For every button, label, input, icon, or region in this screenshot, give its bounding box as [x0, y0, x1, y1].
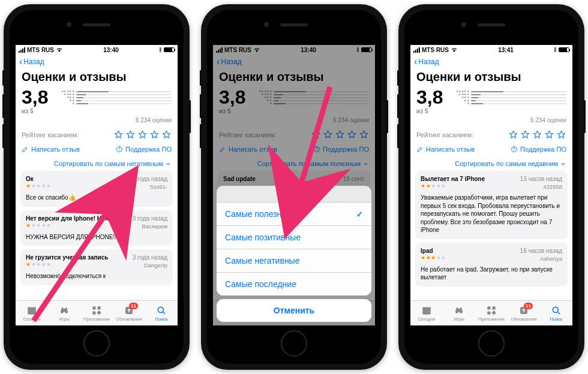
tab-updates[interactable]: Обновления11: [508, 301, 540, 325]
signal-icon: [413, 47, 420, 53]
sort-option-positive[interactable]: Самые позитивные: [217, 226, 371, 249]
rating-score: 3,8: [219, 88, 245, 107]
sort-button[interactable]: Сортировать по самым негативным: [16, 158, 178, 171]
nav-back[interactable]: ‹Назад: [213, 55, 375, 69]
rating-score: 3,8: [416, 88, 443, 107]
help-icon: [511, 146, 518, 153]
rating-histogram: ★★★★★ ★★★★ ★★★ ★★ ★: [449, 88, 566, 105]
edit-icon: [22, 146, 29, 153]
tab-search[interactable]: Поиск: [145, 301, 178, 325]
status-bar: MTS RUS 13:41 ᛒ: [410, 45, 572, 55]
page-title: Оценки и отзывы: [410, 69, 572, 88]
wifi-icon: [56, 46, 63, 53]
review-card[interactable]: Ок3 года назад Sss91- Все ок спасибо👍: [20, 171, 173, 207]
tap-rating-stars[interactable]: [508, 129, 566, 140]
sort-button[interactable]: Сортировать по самым недавним: [410, 158, 572, 171]
tap-rating-label: Рейтинг касанием:: [219, 131, 276, 138]
review-card[interactable]: Ipad16 часов назад Asheriya Не работает …: [415, 243, 568, 286]
tab-games[interactable]: Игры: [48, 301, 80, 325]
ratings-count: 6 234 оценки: [213, 117, 375, 127]
tap-rating-stars[interactable]: [311, 129, 369, 140]
out-of-label: из 5: [22, 108, 48, 114]
review-card[interactable]: Вылетает на 7 iPhone13 часов назад 43265…: [415, 171, 568, 239]
chevron-left-icon: ‹: [19, 56, 22, 67]
reviews-list: Вылетает на 7 iPhone13 часов назад 43265…: [410, 171, 572, 286]
star-icon[interactable]: [161, 129, 172, 140]
star-icon[interactable]: [125, 129, 136, 140]
support-link[interactable]: Поддержка ПО: [511, 146, 566, 153]
status-bar: MTS RUS 13:40 ᛒ: [213, 45, 375, 55]
sort-option-recent[interactable]: Самые последние: [217, 273, 371, 295]
bluetooth-icon: ᛒ: [554, 47, 557, 53]
review-body: Все ок спасибо👍: [26, 194, 167, 202]
tab-today[interactable]: Сегодня: [410, 301, 443, 325]
tab-search[interactable]: Поиск: [540, 301, 572, 325]
reviews-list: Ок3 года назад Sss91- Все ок спасибо👍 Не…: [16, 171, 178, 285]
write-review-link[interactable]: Написать отзыв: [416, 146, 475, 153]
sort-action-sheet: Сортировка: Самые полезные✓ Самые позити…: [217, 186, 371, 295]
sort-button[interactable]: Сортировать по самым полезным: [213, 158, 375, 171]
rating-histogram: ★★★★★ ★★★★ ★★★ ★★ ★: [54, 88, 172, 105]
review-title: Ок: [26, 176, 34, 182]
star-icon[interactable]: [149, 129, 160, 140]
review-author: Васякрем: [142, 223, 167, 230]
help-icon: [116, 146, 123, 153]
back-label: Назад: [23, 58, 44, 66]
edit-icon: [219, 146, 226, 153]
review-date: 13 часов назад: [520, 176, 562, 182]
sheet-cancel-button[interactable]: Отменить: [217, 299, 371, 322]
review-stars: [26, 262, 51, 269]
review-title: Sad update: [223, 176, 256, 182]
review-body: Не работает на ipad. Загружает, но при з…: [421, 266, 562, 282]
bluetooth-icon: ᛒ: [356, 47, 359, 53]
review-date: 3 года назад: [133, 254, 167, 261]
phone-mockup-3: MTS RUS 13:41 ᛒ ‹Назад Оценки и отзывы 3…: [398, 4, 584, 370]
sort-option-negative[interactable]: Самые негативные: [217, 249, 371, 273]
review-author: 432658: [543, 183, 562, 190]
ratings-count: 6 234 оценки: [16, 117, 178, 127]
tap-rating-stars[interactable]: [113, 129, 172, 140]
status-bar: MTS RUS 13:40 ᛒ: [16, 45, 178, 55]
rating-histogram: ★★★★★ ★★★★ ★★★ ★★ ★: [251, 88, 369, 105]
nav-back[interactable]: ‹Назад: [410, 55, 572, 69]
tab-today[interactable]: Сегодня: [16, 301, 48, 325]
support-link[interactable]: Поддержка ПО: [116, 146, 172, 153]
battery-icon: [559, 47, 569, 52]
write-review-link[interactable]: Написать отзыв: [219, 146, 277, 153]
clock: 13:40: [301, 47, 316, 53]
tap-rating-label: Рейтинг касанием:: [22, 131, 79, 138]
review-body: Уважаемые разработчики, игра вылетает пр…: [421, 194, 562, 234]
star-icon[interactable]: [137, 129, 148, 140]
page-title: Оценки и отзывы: [213, 69, 375, 88]
tab-apps[interactable]: Приложения: [80, 301, 113, 325]
sort-option-helpful[interactable]: Самые полезные✓: [217, 203, 371, 226]
chevron-left-icon: ‹: [414, 56, 417, 67]
bluetooth-icon: ᛒ: [159, 47, 162, 53]
tab-updates[interactable]: Обновления11: [113, 301, 145, 325]
chevron-down-icon: [560, 161, 566, 167]
out-of-label: из 5: [416, 108, 443, 114]
review-card[interactable]: Не грузится учетная запись3 года назад D…: [20, 249, 173, 285]
carrier-label: MTS RUS: [27, 47, 54, 53]
battery-icon: [361, 47, 372, 52]
review-stars: [421, 183, 446, 190]
star-icon[interactable]: [113, 129, 124, 140]
signal-icon: [19, 47, 25, 53]
wifi-icon: [451, 46, 458, 53]
tab-games[interactable]: Игры: [443, 301, 475, 325]
review-card[interactable]: Sad update19 сент.: [218, 171, 370, 187]
review-date: 3 года назад: [133, 176, 167, 182]
review-date: 19 сент.: [343, 176, 365, 182]
review-date: 16 часов назад: [520, 248, 562, 254]
write-review-link[interactable]: Написать отзыв: [22, 146, 80, 153]
battery-icon: [164, 47, 175, 52]
games-icon: [59, 305, 70, 316]
review-stars: [421, 255, 446, 262]
help-icon: [313, 146, 320, 153]
review-card[interactable]: Нет версии для Iphone! НУЖ…3 года назад …: [20, 210, 173, 246]
signal-icon: [216, 47, 223, 53]
nav-back[interactable]: ‹Назад: [16, 55, 178, 69]
support-link[interactable]: Поддержка ПО: [313, 146, 369, 153]
tab-apps[interactable]: Приложения: [475, 301, 508, 325]
rating-score: 3,8: [22, 88, 48, 107]
